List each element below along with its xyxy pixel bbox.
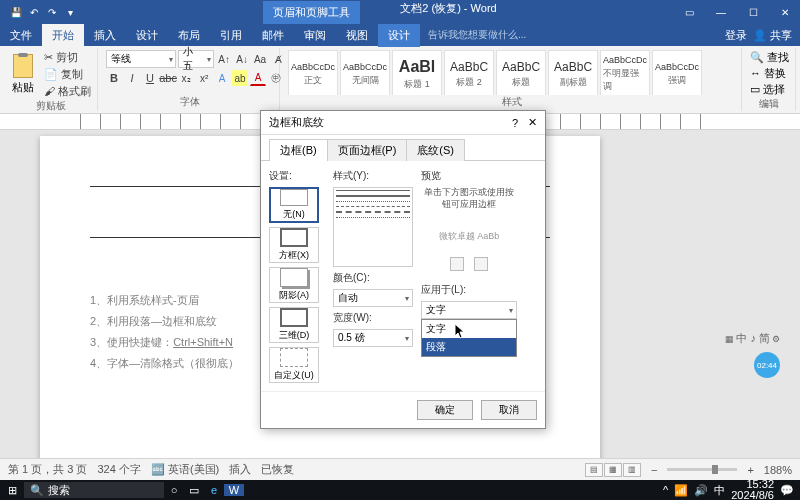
group-clipboard-label: 剪贴板	[10, 99, 91, 113]
status-insert[interactable]: 插入	[229, 462, 251, 477]
select-button[interactable]: ▭ 选择	[750, 82, 785, 97]
redo-icon[interactable]: ↷	[44, 4, 60, 20]
maximize-icon[interactable]: ☐	[738, 7, 768, 18]
dialog-close-icon[interactable]: ✕	[528, 116, 537, 129]
taskbar-cortana-icon[interactable]: ○	[164, 484, 184, 496]
ok-button[interactable]: 确定	[417, 400, 473, 420]
bold-icon[interactable]: B	[106, 70, 122, 86]
replace-button[interactable]: ↔ 替换	[750, 66, 786, 81]
dialog-help-icon[interactable]: ?	[512, 117, 518, 129]
strike-icon[interactable]: abc	[160, 70, 176, 86]
cancel-button[interactable]: 取消	[481, 400, 537, 420]
font-name-select[interactable]: 等线	[106, 50, 176, 68]
dialog-tab-page-border[interactable]: 页面边框(P)	[327, 139, 408, 161]
tab-file[interactable]: 文件	[0, 24, 42, 47]
login-link[interactable]: 登录	[725, 28, 747, 43]
tab-references[interactable]: 引用	[210, 24, 252, 47]
cut-button[interactable]: ✂ 剪切	[44, 50, 91, 65]
style-item[interactable]: AaBl标题 1	[392, 50, 442, 95]
zoom-level[interactable]: 188%	[764, 464, 792, 476]
share-button[interactable]: 👤 共享	[753, 28, 792, 43]
setting-shadow[interactable]: 阴影(A)	[269, 267, 319, 303]
tell-me-input[interactable]: 告诉我您想要做什么...	[420, 28, 526, 42]
underline-icon[interactable]: U	[142, 70, 158, 86]
style-item[interactable]: AaBbCcDc不明显强调	[600, 50, 650, 95]
color-combo[interactable]: 自动	[333, 289, 413, 307]
tray-up-icon[interactable]: ^	[663, 484, 668, 496]
group-styles-label: 样式	[288, 95, 735, 109]
style-item[interactable]: AaBbC标题	[496, 50, 546, 95]
zoom-in-icon[interactable]: +	[747, 464, 753, 476]
view-print-icon[interactable]: ▦	[604, 463, 622, 477]
copy-button[interactable]: 📄 复制	[44, 67, 91, 82]
start-button[interactable]: ⊞	[0, 484, 24, 497]
tray-clock[interactable]: 15:322024/8/6	[731, 479, 774, 500]
dialog-tab-shading[interactable]: 底纹(S)	[406, 139, 465, 161]
status-lang[interactable]: 🔤 英语(美国)	[151, 462, 219, 477]
apply-option-text[interactable]: 文字	[422, 320, 516, 338]
taskbar-taskview-icon[interactable]: ▭	[184, 484, 204, 497]
status-words[interactable]: 324 个字	[97, 462, 140, 477]
floating-ime-bar[interactable]: ▦ 中 ♪ 简 ⚙	[725, 331, 780, 346]
style-item[interactable]: AaBbCcDc强调	[652, 50, 702, 95]
tray-network-icon[interactable]: 📶	[674, 484, 688, 497]
font-color-icon[interactable]: A	[250, 70, 266, 86]
dialog-tab-border[interactable]: 边框(B)	[269, 139, 328, 161]
tab-header-design[interactable]: 设计	[378, 24, 420, 47]
tab-design[interactable]: 设计	[126, 24, 168, 47]
tab-layout[interactable]: 布局	[168, 24, 210, 47]
font-size-select[interactable]: 小五	[178, 50, 214, 68]
preview-handle-left[interactable]	[450, 257, 464, 271]
tab-mail[interactable]: 邮件	[252, 24, 294, 47]
grow-font-icon[interactable]: A↑	[216, 51, 232, 67]
setting-3d[interactable]: 三维(D)	[269, 307, 319, 343]
apply-option-paragraph[interactable]: 段落	[422, 338, 516, 356]
tab-home[interactable]: 开始	[42, 24, 84, 47]
undo-icon[interactable]: ↶	[26, 4, 42, 20]
paste-button[interactable]: 粘贴	[10, 52, 36, 97]
setting-box[interactable]: 方框(X)	[269, 227, 319, 263]
tab-review[interactable]: 审阅	[294, 24, 336, 47]
group-editing-label: 编辑	[750, 97, 789, 111]
view-read-icon[interactable]: ▤	[585, 463, 603, 477]
zoom-slider[interactable]	[667, 468, 737, 471]
width-combo[interactable]: 0.5 磅	[333, 329, 413, 347]
format-painter-button[interactable]: 🖌 格式刷	[44, 84, 91, 99]
tab-insert[interactable]: 插入	[84, 24, 126, 47]
status-page[interactable]: 第 1 页，共 3 页	[8, 462, 87, 477]
taskbar-word-icon[interactable]: W	[224, 484, 244, 496]
shrink-font-icon[interactable]: A↓	[234, 51, 250, 67]
text-effect-icon[interactable]: A	[214, 70, 230, 86]
taskbar-edge-icon[interactable]: e	[204, 484, 224, 496]
italic-icon[interactable]: I	[124, 70, 140, 86]
style-item[interactable]: AaBbC标题 2	[444, 50, 494, 95]
find-button[interactable]: 🔍 查找	[750, 50, 789, 65]
style-item[interactable]: AaBbCcDc正文	[288, 50, 338, 95]
tray-notifications-icon[interactable]: 💬	[780, 484, 794, 497]
highlight-icon[interactable]: ab	[232, 70, 248, 86]
style-item[interactable]: AaBbCcDc无间隔	[340, 50, 390, 95]
tray-ime[interactable]: 中	[714, 483, 725, 498]
style-item[interactable]: AaBbC副标题	[548, 50, 598, 95]
timer-badge[interactable]: 02:44	[754, 352, 780, 378]
save-icon[interactable]: 💾	[8, 4, 24, 20]
status-bar: 第 1 页，共 3 页 324 个字 🔤 英语(美国) 插入 已恢复 ▤ ▦ ▥…	[0, 458, 800, 480]
close-icon[interactable]: ✕	[770, 7, 800, 18]
view-web-icon[interactable]: ▥	[623, 463, 641, 477]
tray-volume-icon[interactable]: 🔊	[694, 484, 708, 497]
style-gallery[interactable]: AaBbCcDc正文AaBbCcDc无间隔AaBl标题 1AaBbC标题 2Aa…	[288, 50, 735, 95]
minimize-icon[interactable]: —	[706, 7, 736, 18]
apply-to-combo[interactable]: 文字	[421, 301, 517, 319]
setting-none[interactable]: 无(N)	[269, 187, 319, 223]
line-style-list[interactable]	[333, 187, 413, 267]
setting-custom[interactable]: 自定义(U)	[269, 347, 319, 383]
zoom-out-icon[interactable]: −	[651, 464, 657, 476]
change-case-icon[interactable]: Aa	[252, 51, 268, 67]
preview-handle-right[interactable]	[474, 257, 488, 271]
qat-more-icon[interactable]: ▾	[62, 4, 78, 20]
color-label: 颜色(C):	[333, 271, 413, 285]
taskbar-search[interactable]: 🔍 搜索	[24, 482, 164, 498]
dialog-title: 边框和底纹	[269, 115, 324, 130]
ribbon-options-icon[interactable]: ▭	[674, 7, 704, 18]
tab-view[interactable]: 视图	[336, 24, 378, 47]
